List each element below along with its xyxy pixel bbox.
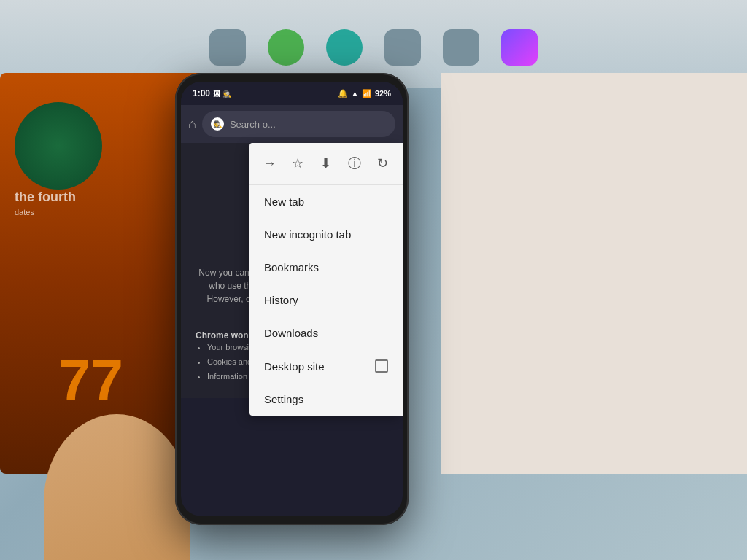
battery-display: 92% <box>375 89 391 98</box>
menu-item-downloads[interactable]: Downloads <box>249 316 403 349</box>
chrome-context-menu: → ☆ ⬇ ⓘ ↻ New tab <box>249 143 403 416</box>
bg-right-area <box>441 73 747 474</box>
star-icon: ☆ <box>292 155 303 171</box>
bg-app-1 <box>209 29 246 66</box>
menu-item-new-tab-label: New tab <box>264 195 304 208</box>
notification-icon: 🖼 🕵 <box>213 90 231 98</box>
bg-app-4 <box>384 29 421 66</box>
status-bar: 1:00 🖼 🕵 🔔 ▲ 📶 92% <box>181 82 403 105</box>
wifi-icon: ▲ <box>351 89 359 98</box>
time-display: 1:00 <box>193 88 210 98</box>
address-bar[interactable]: 🕵 Search o... <box>202 111 395 137</box>
menu-item-settings[interactable]: Settings <box>249 383 403 416</box>
refresh-icon: ↻ <box>377 155 388 171</box>
bg-app-5 <box>443 29 479 66</box>
browser-toolbar: ⌂ 🕵 Search o... <box>181 105 403 143</box>
bg-number-77: 77 <box>58 347 123 414</box>
download-button[interactable]: ⬇ <box>314 152 338 175</box>
menu-item-settings-label: Settings <box>264 393 303 405</box>
status-time: 1:00 🖼 🕵 <box>193 88 231 98</box>
menu-item-new-incognito-tab-label: New incognito tab <box>264 228 351 241</box>
home-icon[interactable]: ⌂ <box>188 117 196 132</box>
signal-icon: 📶 <box>362 89 372 98</box>
bg-app-6 <box>501 29 538 66</box>
search-text: Search o... <box>230 119 276 130</box>
info-button[interactable]: ⓘ <box>343 152 366 175</box>
phone-screen: 1:00 🖼 🕵 🔔 ▲ 📶 92% ⌂ 🕵 Search o... <box>181 82 403 516</box>
volume-icon: 🔔 <box>338 89 348 98</box>
bg-text-fourth: the fourth <box>15 190 76 205</box>
menu-item-desktop-site-label: Desktop site <box>264 360 325 373</box>
menu-item-bookmarks[interactable]: Bookmarks <box>249 251 403 284</box>
menu-item-history-label: History <box>264 294 298 306</box>
incognito-icon: 🕵 <box>211 117 224 131</box>
menu-item-downloads-label: Downloads <box>264 327 318 339</box>
download-icon: ⬇ <box>320 155 331 171</box>
menu-item-bookmarks-label: Bookmarks <box>264 261 319 273</box>
desktop-site-checkbox[interactable] <box>375 359 388 373</box>
forward-icon: → <box>263 156 276 171</box>
phone-device: 1:00 🖼 🕵 🔔 ▲ 📶 92% ⌂ 🕵 Search o... <box>175 73 409 525</box>
menu-toolbar: → ☆ ⬇ ⓘ ↻ <box>249 143 403 184</box>
info-icon: ⓘ <box>348 155 361 172</box>
menu-item-new-tab[interactable]: New tab <box>249 185 403 218</box>
bg-app-3 <box>326 29 363 66</box>
menu-item-desktop-site[interactable]: Desktop site <box>249 349 403 383</box>
bg-text-dates: dates <box>15 208 34 217</box>
status-icons: 🔔 ▲ 📶 92% <box>338 89 391 98</box>
menu-item-history[interactable]: History <box>249 284 403 316</box>
refresh-button[interactable]: ↻ <box>371 152 395 175</box>
menu-item-new-incognito-tab[interactable]: New incognito tab <box>249 218 403 251</box>
forward-button[interactable]: → <box>258 152 281 175</box>
star-button[interactable]: ☆ <box>286 152 309 175</box>
bg-app-2 <box>268 29 304 66</box>
